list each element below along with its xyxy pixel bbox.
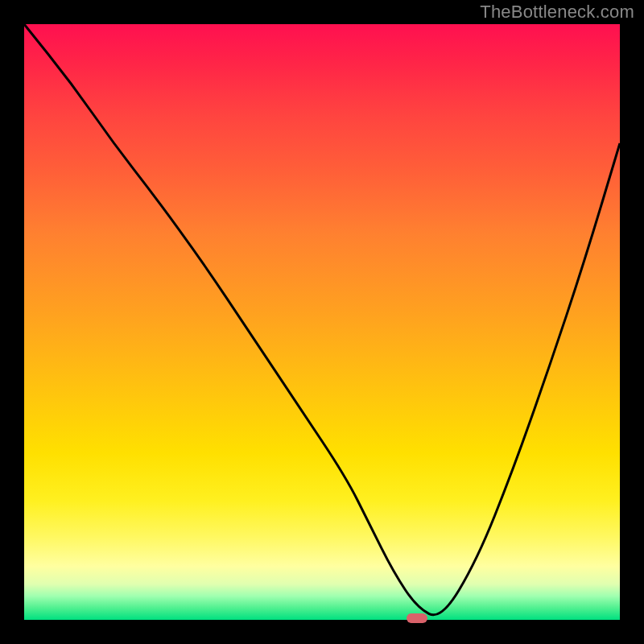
- plot-area: [24, 24, 620, 620]
- bottleneck-curve: [24, 24, 620, 615]
- watermark-text: TheBottleneck.com: [480, 2, 634, 23]
- optimal-marker: [407, 613, 427, 623]
- curve-layer: [24, 24, 620, 620]
- chart-container: TheBottleneck.com: [0, 0, 644, 644]
